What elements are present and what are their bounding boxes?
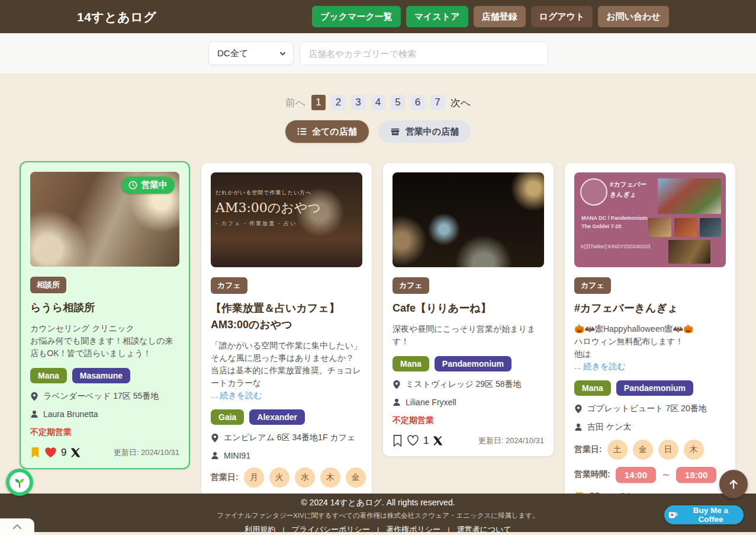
disclaimer-text: ファイナルファンタジーXIVに関するすべての著作権は株式会社スクウェア・エニック… — [0, 511, 756, 520]
business-hours-label: 営業時間: — [574, 469, 610, 480]
search-input[interactable] — [300, 41, 548, 65]
image-collage-block — [668, 240, 711, 264]
dc-filter-value: DC全て — [217, 48, 248, 59]
image-info-line2: The Goblet 7-20 — [581, 222, 648, 230]
register-store-button[interactable]: 店舗登録 — [474, 6, 526, 27]
pagination-page-7[interactable]: 7 — [430, 95, 444, 110]
x-twitter-icon[interactable] — [433, 435, 443, 446]
pagination-next[interactable]: 次へ — [451, 96, 471, 110]
ellipsis-text: ... — [574, 361, 581, 371]
store-owner: MINI91 — [224, 451, 250, 460]
pagination-page-2[interactable]: 2 — [332, 95, 345, 110]
footer-links: 利用規約 | プライバシーポリシー | 著作権ポリシー | 運営者について — [0, 524, 756, 535]
store-description: 深夜や昼間にこっそり営業が始まります！ — [393, 323, 544, 348]
business-days-label: 営業日: — [211, 472, 239, 483]
store-owner-row: Liliane Fryxell — [393, 398, 544, 407]
store-title[interactable]: #カフェバーきんぎょ — [574, 300, 726, 317]
store-filters: 全ての店舗 営業中の店舗 — [0, 120, 756, 143]
image-caption: だれかがいる空間で作業したい方へ AM3:00のおやつ - カフェ - 作業放置… — [215, 189, 321, 228]
filter-all-label: 全ての店舗 — [312, 126, 357, 137]
heart-icon[interactable] — [407, 435, 419, 446]
logout-button[interactable]: ログアウト — [531, 6, 593, 27]
image-logo-line2: きんぎょ — [610, 190, 646, 200]
read-more-link[interactable]: 続きを読む — [584, 361, 626, 371]
pagination-page-5[interactable]: 5 — [391, 95, 404, 110]
filter-open-label: 営業中の店舗 — [406, 126, 459, 137]
world-tag: Alexander — [249, 409, 305, 425]
store-owner: Laura Brunetta — [43, 409, 98, 419]
day-badge: 木 — [320, 467, 340, 488]
arrow-up-icon — [728, 478, 739, 490]
collapse-tab-button[interactable] — [0, 518, 34, 535]
scroll-to-top-button[interactable] — [719, 470, 748, 498]
list-icon — [297, 127, 307, 136]
store-owner: 吉田 ケン太 — [587, 422, 632, 433]
dc-filter-select[interactable]: DC全て — [208, 41, 294, 65]
store-title[interactable]: 【作業放置＆占いカフェ】 AM3:00のおやつ — [211, 300, 362, 334]
store-card-kingyo[interactable]: #カフェバー きんぎょ MANA DC / Pandemonium The Go… — [565, 163, 735, 513]
store-card-ririane[interactable]: カフェ Cafe【りりあーね】 深夜や昼間にこっそり営業が始まります！ Mana… — [383, 163, 554, 456]
day-badge: 土 — [607, 440, 628, 460]
filter-open-stores[interactable]: 営業中の店舗 — [378, 120, 471, 143]
store-card-am300[interactable]: だれかがいる空間で作業したい方へ AM3:00のおやつ - カフェ - 作業放置… — [201, 163, 372, 497]
clock-icon — [128, 181, 137, 190]
store-image: #カフェバー きんぎょ MANA DC / Pandemonium The Go… — [574, 172, 726, 267]
irregular-hours-note: 不定期営業 — [30, 427, 179, 438]
filter-all-stores[interactable]: 全ての店舗 — [285, 120, 369, 143]
bookmark-icon[interactable] — [393, 435, 403, 447]
business-days-row: 営業日: 土 金 日 木 — [574, 440, 726, 460]
heart-icon[interactable] — [44, 447, 57, 458]
day-badge: 水 — [295, 467, 315, 488]
close-time-badge: 18:00 — [676, 467, 716, 483]
card-footer: 1 更新日: 2024/10/31 — [393, 435, 544, 447]
copyright-policy-link[interactable]: 著作権ポリシー — [386, 524, 440, 535]
image-info-text: MANA DC / Pandemonium The Goblet 7-20 — [581, 214, 648, 231]
contact-button[interactable]: お問い合わせ — [598, 6, 668, 27]
store-description: 🎃🦇🕸Happyhalloween🕸🦇🎃 ハロウィン無料配布します！ 他は — [574, 323, 726, 360]
store-title[interactable]: Cafe【りりあーね】 — [393, 300, 544, 317]
read-more-link[interactable]: 続きを読む — [220, 390, 262, 400]
privacy-policy-link[interactable]: プライバシーポリシー — [292, 524, 370, 535]
terms-link[interactable]: 利用規約 — [245, 524, 275, 535]
world-tag: Masamune — [72, 368, 130, 383]
updated-date: 更新日: 2024/10/31 — [114, 447, 179, 458]
x-twitter-icon[interactable] — [70, 447, 81, 458]
pagination-page-4[interactable]: 4 — [371, 95, 385, 110]
store-owner: Liliane Fryxell — [406, 398, 456, 407]
person-icon — [211, 451, 219, 460]
business-days-row: 営業日: 月 火 水 木 金 — [211, 467, 362, 488]
my-store-button[interactable]: マイストア — [406, 6, 468, 27]
updated-date: 更新日: 2024/10/31 — [478, 435, 544, 446]
read-more-row: ... 続きを読む — [211, 390, 362, 401]
store-card-list: 営業中 相談所 らうら相談所 カウンセリング クリニック お悩み何でも聞きます！… — [0, 163, 756, 513]
bookmark-icon[interactable] — [30, 447, 40, 459]
site-title[interactable]: 14すとあログ — [77, 9, 156, 25]
world-tag: Pandaemonium — [435, 356, 511, 371]
location-pin-icon — [211, 433, 219, 443]
server-tags: Mana Pandaemonium — [393, 356, 544, 371]
store-location: ミストヴィレッジ 29区 58番地 — [406, 379, 522, 390]
read-more-row: ... 続きを読む — [574, 361, 726, 372]
business-days-label: 営業日: — [574, 444, 602, 455]
pagination-page-3[interactable]: 3 — [351, 95, 365, 110]
person-icon — [30, 410, 38, 418]
day-badge: 火 — [269, 467, 289, 488]
server-tags: Gaia Alexander — [211, 409, 362, 425]
bookmark-list-button[interactable]: ブックマーク一覧 — [312, 6, 401, 27]
eco-widget-button[interactable] — [6, 469, 33, 496]
pagination-prev[interactable]: 前へ — [285, 96, 305, 110]
dc-tag: Mana — [30, 368, 67, 383]
buy-me-a-coffee-button[interactable]: Buy Me a Coffee — [664, 505, 744, 524]
store-title[interactable]: らうら相談所 — [30, 300, 179, 316]
category-badge: 相談所 — [30, 277, 66, 293]
sprout-icon — [9, 472, 30, 492]
image-logo-text: #カフェバー きんぎょ — [610, 180, 646, 199]
pagination-page-1[interactable]: 1 — [311, 95, 325, 110]
image-collage-block — [700, 218, 721, 237]
store-image — [393, 172, 544, 267]
pagination-page-6[interactable]: 6 — [411, 95, 424, 110]
store-card-raura[interactable]: 営業中 相談所 らうら相談所 カウンセリング クリニック お悩み何でも聞きます！… — [20, 161, 190, 469]
store-owner-row: MINI91 — [211, 451, 362, 460]
about-operator-link[interactable]: 運営者について — [457, 524, 511, 535]
image-logo-line1: #カフェバー — [610, 180, 646, 190]
